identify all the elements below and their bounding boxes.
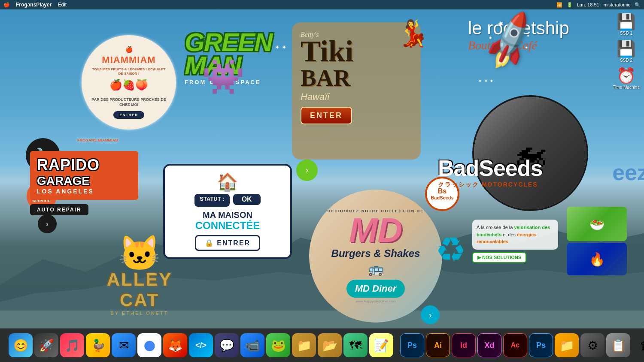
notes-icon: 📝 <box>374 338 389 353</box>
mail-map-icon: ✉ <box>119 338 129 353</box>
eez-text: eez <box>612 160 644 185</box>
dock-photoshop2[interactable]: Ps <box>529 333 553 357</box>
dock-mail-map[interactable]: ✉ <box>112 333 136 357</box>
ssd1-icon[interactable]: 💾 SSD 1 <box>617 13 636 36</box>
dock-launchpad[interactable]: 🚀 <box>34 333 58 357</box>
dock-finder[interactable]: 😊 <box>9 333 33 357</box>
miam-enter-button[interactable]: ENTRER <box>113 111 144 119</box>
rapido-arrow <box>100 160 134 194</box>
wifi-icon: 📶 <box>556 2 562 8</box>
miam-title: MIAMMIAM <box>102 54 155 66</box>
diner-md: MD <box>349 213 402 247</box>
salad-image: 🥗 <box>567 207 627 241</box>
illustrator-icon: Ai <box>434 341 442 350</box>
indesign-icon: Id <box>460 341 467 350</box>
maps-icon: 🗺 <box>349 338 361 353</box>
miam-frogans-label: FROGANS.MIAMMIAM <box>77 138 118 142</box>
duck-icon: 🦆 <box>91 338 106 353</box>
dock: 😊 🚀 🎵 🦆 ✉ ⬤ 🦊 </> 💬 📹 🐸 📁 📂 <box>0 329 644 362</box>
maison-entrer-button[interactable]: 🔒 ENTRER <box>195 235 260 251</box>
maison-ok: OK <box>233 194 261 205</box>
finder-icon: 😊 <box>13 338 28 353</box>
dock-settings[interactable]: ⚙ <box>580 333 605 357</box>
dock-teams[interactable]: 💬 <box>215 333 239 357</box>
eez-info-card: À la croisée de la valorisation des biod… <box>472 220 558 263</box>
nos-solutions-button[interactable]: ▶ NOS SOLUTIONS <box>472 252 526 263</box>
acrobat-icon: Ac <box>511 341 519 349</box>
diner-burgers: Burgers & Shakes <box>331 247 420 259</box>
apple-menu[interactable]: 🍎 <box>3 2 10 8</box>
dock-music[interactable]: 🎵 <box>60 333 84 357</box>
other-icon: 📋 <box>611 338 626 353</box>
username: misteratomic <box>604 2 630 7</box>
green-man-arrow[interactable]: › <box>296 160 318 181</box>
maison-connectee: CONNECTÉE <box>173 220 282 232</box>
flame-image: 🔥 <box>567 243 627 275</box>
menu-edit[interactable]: Edit <box>58 2 67 8</box>
ssd2-icon[interactable]: 💾 SSD 2 <box>617 40 636 63</box>
dock-folder2[interactable]: 📂 <box>318 333 342 357</box>
clock-time: Lun. 18:51 <box>577 2 599 7</box>
rapido-garage-card[interactable]: RAPIDO GARAGE LOS ANGELES AUTO REPAIR <box>30 151 180 228</box>
dock-notes[interactable]: 📝 <box>369 333 393 357</box>
dock-folder1[interactable]: 📁 <box>292 333 316 357</box>
time-machine-icon[interactable]: ⏰ Time Machine <box>613 67 640 90</box>
dock-duck[interactable]: 🦆 <box>86 333 110 357</box>
desktop-content: 🍎 MIAMMIAM TOUS MES FRUITS & LÉGUMES LOC… <box>0 9 644 329</box>
xd-icon: Xd <box>484 341 494 350</box>
miam-inner: 🍎 MIAMMIAM TOUS MES FRUITS & LÉGUMES LOC… <box>82 35 176 130</box>
airstream-icon: 🚌 <box>368 261 384 276</box>
dock-folder3[interactable]: 📁 <box>555 333 579 357</box>
tiki-enter-button[interactable]: ENTER <box>301 107 352 124</box>
tiki-hawaii: Hawaïi <box>301 91 412 103</box>
frogans-icon: 🐸 <box>271 338 286 353</box>
dock-indesign[interactable]: Id <box>452 333 476 357</box>
diner-logo: MD Diner <box>346 280 405 298</box>
eez-text-block: À la croisée de la valorisation des biod… <box>472 220 558 250</box>
cat-icon: 🐱 <box>86 233 193 274</box>
firefox-icon: 🦊 <box>168 338 183 353</box>
music-icon: 🎵 <box>65 338 80 353</box>
dock-trash[interactable]: 🗑 <box>634 333 644 357</box>
dock-maps[interactable]: 🗺 <box>343 333 368 357</box>
dock-frogans[interactable]: 🐸 <box>266 333 290 357</box>
rapido-garage-text: GARAGE <box>37 174 100 188</box>
photoshop1-icon: Ps <box>407 341 417 350</box>
dock-vscode[interactable]: </> <box>189 333 213 357</box>
dock-illustrator[interactable]: Ai <box>426 333 450 357</box>
launchpad-icon: 🚀 <box>39 338 54 353</box>
dock-chrome[interactable]: ⬤ <box>137 333 161 357</box>
settings-icon: ⚙ <box>587 338 598 353</box>
folder3-icon: 📁 <box>559 338 574 353</box>
tiki-title: Tiki <box>301 39 412 64</box>
dock-firefox[interactable]: 🦊 <box>163 333 187 357</box>
diner-website: www.happydaysdiner.com <box>356 299 396 303</box>
menu-bar: 🍎 FrogansPlayer Edit 📶 🔋 Lun. 18:51 mist… <box>0 0 644 9</box>
auto-repair-button[interactable]: AUTO REPAIR <box>30 204 88 215</box>
dock-photoshop1[interactable]: Ps <box>400 333 424 357</box>
dock-other[interactable]: 📋 <box>606 333 630 357</box>
alleycat-card[interactable]: 🐱 ALLEY CAT BY ETHEL ONETT <box>86 233 193 316</box>
house-icon: 🏠 <box>173 172 282 192</box>
tiki-bar-card[interactable]: Betty's Tiki BAR Hawaïi ENTER 💃 <box>292 22 421 160</box>
miam-card[interactable]: 🍎 MIAMMIAM TOUS MES FRUITS & LÉGUMES LOC… <box>69 27 189 142</box>
desktop-icons: 💾 SSD 1 💾 SSD 2 ⏰ Time Machine <box>613 13 640 90</box>
dock-acrobat[interactable]: Ac <box>503 333 527 357</box>
miam-desc: PAR DES PRODUCTEURS PROCHES DE CHEZ MOI <box>90 97 167 108</box>
search-icon[interactable]: 🔍 <box>635 2 641 8</box>
folder1-icon: 📁 <box>297 338 312 353</box>
teams-icon: 💬 <box>219 338 234 353</box>
dock-zoom[interactable]: 📹 <box>240 333 264 357</box>
badseeds-title: BadSeeds <box>438 155 635 181</box>
diner-card[interactable]: DÉCOUVREZ NOTRE COLLECTION DE MD Burgers… <box>309 190 442 323</box>
chrome-icon: ⬤ <box>144 339 155 351</box>
dock-xd[interactable]: Xd <box>477 333 501 357</box>
alleycat-title: ALLEY CAT <box>86 269 193 311</box>
alleycat-by: BY ETHEL ONETT <box>86 311 193 316</box>
miam-subtitle: TOUS MES FRUITS & LÉGUMES LOCAUX ET DE S… <box>90 67 167 76</box>
app-name[interactable]: FrogansPlayer <box>16 2 52 8</box>
zoom-icon: 📹 <box>245 338 260 353</box>
diner-forward-button[interactable]: › <box>421 305 440 324</box>
badseeds-subtitle: クラッシック MOTORCYCLES <box>438 181 635 189</box>
battery-icon: 🔋 <box>567 2 573 8</box>
